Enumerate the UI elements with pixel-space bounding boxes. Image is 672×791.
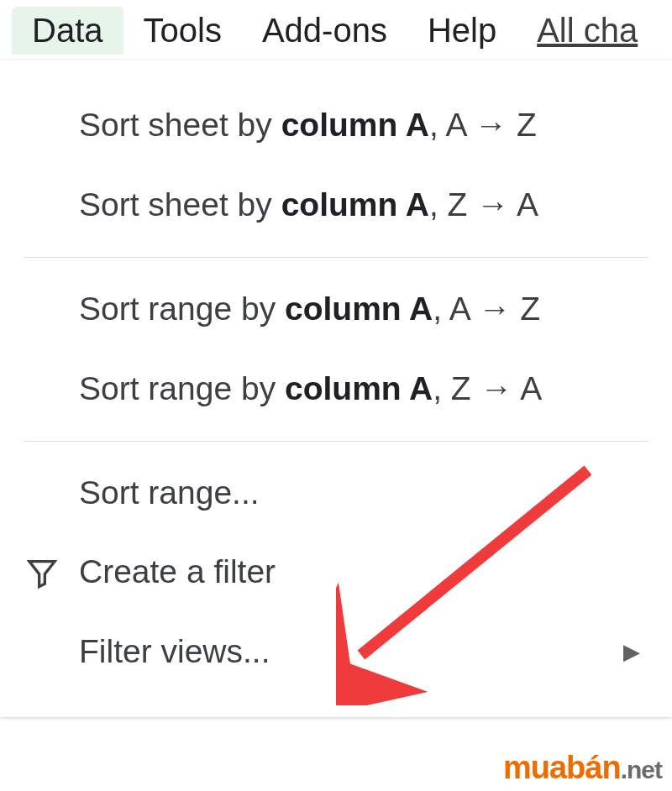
menu-item-label: Filter views... <box>79 634 623 670</box>
menu-item-label: Sort sheet by column A, Z → A <box>79 187 640 223</box>
menu-data[interactable]: Data <box>12 7 123 55</box>
watermark-brand: muabán <box>503 750 621 785</box>
menu-divider <box>24 441 648 442</box>
menu-addons[interactable]: Add-ons <box>242 7 407 55</box>
menu-item-sort-sheet-az[interactable]: Sort sheet by column A, A → Z <box>0 86 672 165</box>
menu-item-label: Sort range... <box>79 475 640 511</box>
menu-item-sort-range-za[interactable]: Sort range by column A, Z → A <box>0 349 672 429</box>
menu-item-create-filter[interactable]: Create a filter <box>0 532 672 612</box>
watermark: muabán.net <box>503 750 662 786</box>
menu-divider <box>24 257 648 258</box>
menu-item-label: Sort sheet by column A, A → Z <box>79 107 640 144</box>
window: Data Tools Add-ons Help All cha Sort she… <box>0 0 672 791</box>
submenu-arrow-icon: ▶ <box>623 640 640 664</box>
menubar-link[interactable]: All cha <box>517 7 658 55</box>
menu-tools[interactable]: Tools <box>123 7 242 55</box>
menu-item-filter-views[interactable]: Filter views... ▶ <box>0 612 672 692</box>
menu-item-label: Sort range by column A, Z → A <box>79 371 640 407</box>
menubar-link-label: All cha <box>537 12 638 49</box>
menu-item-sort-sheet-za[interactable]: Sort sheet by column A, Z → A <box>0 165 672 245</box>
menu-item-label: Sort range by column A, A → Z <box>79 291 640 327</box>
menu-item-sort-range-dialog[interactable]: Sort range... <box>0 453 672 533</box>
menu-label: Add-ons <box>262 12 387 49</box>
menubar: Data Tools Add-ons Help All cha <box>0 0 672 55</box>
menu-item-label: Create a filter <box>79 554 640 590</box>
menu-label: Tools <box>144 12 222 49</box>
menu-label: Data <box>32 12 103 49</box>
data-dropdown: Sort sheet by column A, A → Z Sort sheet… <box>0 60 672 717</box>
filter-icon <box>25 556 79 589</box>
menu-help[interactable]: Help <box>407 7 517 55</box>
menu-item-sort-range-az[interactable]: Sort range by column A, A → Z <box>0 270 672 349</box>
menu-label: Help <box>428 12 496 49</box>
watermark-suffix: .net <box>621 756 662 783</box>
